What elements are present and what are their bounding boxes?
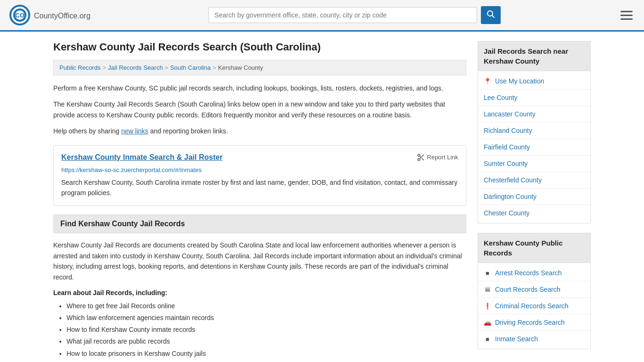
nearby-link-4[interactable]: Fairfield County xyxy=(484,143,530,151)
sidebar-divider xyxy=(478,106,590,106)
description-para1: Perform a free Kershaw County, SC public… xyxy=(53,83,466,93)
nearby-section: Jail Records Search near Kershaw County … xyxy=(478,41,591,223)
bullet-item: What jail records are public records xyxy=(66,336,466,347)
public-record-item-4[interactable]: ■Inmate Search xyxy=(478,332,590,346)
public-records-title: Kershaw County Public Records xyxy=(484,238,585,258)
logo-text: CountyOffice.org xyxy=(34,10,91,21)
main-container: Kershaw County Jail Records Search (Sout… xyxy=(44,32,600,362)
resource-description: Search Kershaw County, South Carolina in… xyxy=(61,177,458,198)
nearby-link-7[interactable]: Darlington County xyxy=(484,193,537,200)
description-para3: Help others by sharing new links and rep… xyxy=(53,126,466,136)
nearby-link-item-5[interactable]: Sumter County xyxy=(478,156,590,171)
find-section-header: Find Kershaw County Jail Records xyxy=(53,214,466,233)
sidebar-divider xyxy=(478,172,590,172)
search-icon xyxy=(487,10,495,18)
nearby-link-item-2[interactable]: Lancaster County xyxy=(478,107,590,121)
public-record-link-2[interactable]: Criminal Records Search xyxy=(495,302,569,310)
sidebar-divider xyxy=(478,89,590,90)
hamburger-menu-button[interactable] xyxy=(619,9,635,22)
pub-record-icon: 🏛 xyxy=(484,286,491,293)
public-record-item-0[interactable]: ■Arrest Records Search xyxy=(478,266,590,280)
nearby-link-item-0[interactable]: 📍Use My Location xyxy=(478,74,590,88)
breadcrumb-sep-1: > xyxy=(102,64,106,71)
desc3-suffix: and reporting broken links. xyxy=(149,127,228,135)
description-para2: The Kershaw County Jail Records Search (… xyxy=(53,99,466,120)
logo-brand: CountyOffice xyxy=(34,12,77,20)
public-record-link-4[interactable]: Inmate Search xyxy=(495,335,538,343)
content-area: Kershaw County Jail Records Search (Sout… xyxy=(53,41,466,360)
nearby-link-1[interactable]: Lee County xyxy=(484,94,518,101)
nearby-link-item-6[interactable]: Chesterfield County xyxy=(478,173,590,187)
nearby-link-item-8[interactable]: Chester County xyxy=(478,206,590,220)
breadcrumb-public-records[interactable]: Public Records xyxy=(59,64,100,71)
public-record-item-2[interactable]: ❗Criminal Records Search xyxy=(478,299,590,313)
sidebar-divider xyxy=(478,188,590,189)
search-input[interactable] xyxy=(208,7,477,23)
menu-line-2 xyxy=(620,15,633,16)
public-records-links-container: ■Arrest Records Search🏛Court Records Sea… xyxy=(478,263,591,349)
public-records-section: Kershaw County Public Records ■Arrest Re… xyxy=(478,233,591,349)
bullet-item: Where to get free Jail Records online xyxy=(66,300,466,312)
resource-header: Kershaw County Inmate Search & Jail Rost… xyxy=(61,153,458,164)
svg-line-11 xyxy=(420,156,421,157)
breadcrumb-sep-2: > xyxy=(165,64,168,71)
nearby-section-header: Jail Records Search near Kershaw County xyxy=(478,41,591,71)
public-record-link-3[interactable]: Driving Records Search xyxy=(495,319,565,326)
breadcrumb-south-carolina[interactable]: South Carolina xyxy=(170,64,211,71)
nearby-header-title: Jail Records Search near Kershaw County xyxy=(484,46,585,66)
sidebar-divider xyxy=(478,314,590,314)
learn-title: Learn about Jail Records, including: xyxy=(53,289,466,296)
header: CO CountyOffice.org xyxy=(0,0,644,32)
sidebar-divider xyxy=(478,205,590,205)
nearby-link-3[interactable]: Richland County xyxy=(484,127,532,134)
svg-point-8 xyxy=(418,158,420,161)
search-button[interactable] xyxy=(481,6,501,24)
find-section-title: Find Kershaw County Jail Records xyxy=(60,220,459,228)
desc3-prefix: Help others by sharing xyxy=(53,127,121,135)
sidebar-divider xyxy=(478,281,590,281)
bullet-item: How to find Kershaw County inmate record… xyxy=(66,324,466,336)
sidebar-divider xyxy=(478,139,590,139)
sidebar: Jail Records Search near Kershaw County … xyxy=(478,41,591,360)
breadcrumb: Public Records > Jail Records Search > S… xyxy=(53,60,466,75)
public-records-header: Kershaw County Public Records xyxy=(478,233,591,263)
report-link[interactable]: Report Link xyxy=(417,153,458,162)
public-record-link-0[interactable]: Arrest Records Search xyxy=(495,269,562,277)
resource-card: Kershaw County Inmate Search & Jail Rost… xyxy=(53,145,466,206)
nearby-link-0[interactable]: Use My Location xyxy=(495,77,544,85)
nearby-link-8[interactable]: Chester County xyxy=(484,209,529,217)
new-links-link[interactable]: new links xyxy=(121,127,149,135)
resource-url[interactable]: https://kershaw-so-sc.zuercherportal.com… xyxy=(61,166,458,173)
search-area xyxy=(208,6,501,24)
nearby-link-item-3[interactable]: Richland County xyxy=(478,123,590,138)
report-label: Report Link xyxy=(427,154,458,161)
svg-point-7 xyxy=(418,154,420,156)
logo-icon: CO xyxy=(9,5,30,25)
resource-title-link[interactable]: Kershaw County Inmate Search & Jail Rost… xyxy=(61,153,223,162)
menu-line-1 xyxy=(620,11,633,12)
nearby-link-item-4[interactable]: Fairfield County xyxy=(478,140,590,154)
pub-record-icon: ■ xyxy=(484,269,491,277)
public-record-link-1[interactable]: Court Records Search xyxy=(495,286,561,293)
nearby-link-6[interactable]: Chesterfield County xyxy=(484,176,542,184)
public-record-item-1[interactable]: 🏛Court Records Search xyxy=(478,282,590,296)
svg-line-6 xyxy=(492,16,494,18)
svg-text:CO: CO xyxy=(15,12,25,19)
menu-line-3 xyxy=(620,18,633,20)
pub-record-icon: ■ xyxy=(484,335,491,343)
breadcrumb-kershaw: Kershaw County xyxy=(218,64,263,71)
nearby-link-item-1[interactable]: Lee County xyxy=(478,90,590,105)
sidebar-divider xyxy=(478,155,590,156)
logo-area: CO CountyOffice.org xyxy=(9,5,91,25)
nearby-link-5[interactable]: Sumter County xyxy=(484,160,528,167)
nearby-link-item-7[interactable]: Darlington County xyxy=(478,189,590,204)
bullet-list: Where to get free Jail Records onlineWhi… xyxy=(53,300,466,360)
bullet-item: Which law enforcement agencies maintain … xyxy=(66,312,466,324)
svg-line-10 xyxy=(421,158,423,160)
logo-suffix: .org xyxy=(77,12,91,20)
public-record-item-3[interactable]: 🚗Driving Records Search xyxy=(478,315,590,329)
pub-record-icon: 🚗 xyxy=(484,319,491,326)
nearby-links-container: 📍Use My LocationLee CountyLancaster Coun… xyxy=(478,71,591,223)
nearby-link-2[interactable]: Lancaster County xyxy=(484,110,536,118)
breadcrumb-jail-records[interactable]: Jail Records Search xyxy=(108,64,163,71)
